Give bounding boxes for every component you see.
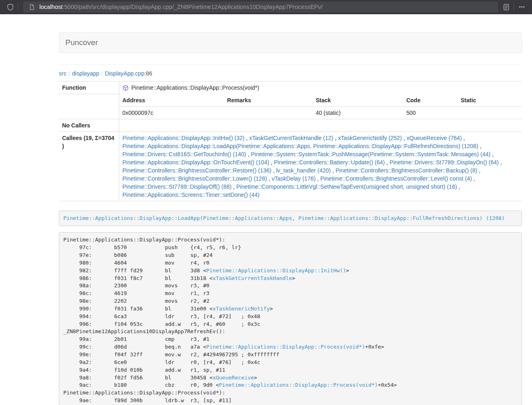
brand-link[interactable]: Puncover: [65, 38, 98, 47]
toolbar-divider: [18, 3, 18, 11]
callee-separator: ,: [499, 159, 502, 166]
callee-link[interactable]: Pinetime::Controllers::BrightnessControl…: [320, 175, 472, 182]
callee-separator: ,: [402, 135, 407, 141]
callee-separator: ,: [491, 151, 494, 157]
no-callers-row: No Callers: [59, 119, 522, 131]
caller-snippet-block: Pinetime::Applications::DisplayApp::Load…: [59, 211, 522, 226]
no-callers-cell: [119, 119, 522, 131]
callees-label: Callees (19, Σ=3704 ): [59, 131, 119, 201]
callee-link[interactable]: xTaskGetCurrentTaskHandle (12): [249, 135, 333, 141]
callees-row: Callees (19, Σ=3704 ) Pinetime::Applicat…: [59, 131, 522, 201]
callee-separator: ,: [269, 159, 274, 166]
stack-value: 40 (static): [312, 106, 403, 119]
assembly-symbol-link[interactable]: xTaskGetCurrentTaskHandle: [213, 275, 292, 281]
callee-separator: ,: [271, 167, 276, 174]
assembly-code: Pinetime::Applications::DisplayApp::Proc…: [59, 232, 522, 405]
callee-link[interactable]: Pinetime::Controllers::BrightnessControl…: [123, 175, 267, 182]
static-value: [457, 106, 522, 119]
address-value: 0x0000097c: [119, 106, 224, 119]
breadcrumb-src[interactable]: src: [59, 70, 67, 77]
callee-link[interactable]: xQueueReceive (764): [407, 135, 462, 141]
navbar: Puncover: [59, 32, 522, 53]
metrics-cell: Address Remarks Stack Code Static 0x0000…: [119, 94, 522, 119]
callee-separator: ,: [478, 143, 481, 149]
function-name-cell: Pinetime::Applications::DisplayApp::Proc…: [119, 82, 522, 94]
menu-ellipsis-icon[interactable]: [517, 2, 527, 12]
callees-cell: Pinetime::Applications::DisplayApp::Init…: [119, 131, 522, 201]
assembly-symbol-link[interactable]: Pinetime::Applications::DisplayApp::Proc…: [219, 382, 378, 388]
callee-link[interactable]: Pinetime::Applications::DisplayApp::OnTo…: [123, 159, 269, 166]
callee-separator: ,: [231, 183, 236, 190]
callee-separator: ,: [457, 183, 460, 190]
callee-link[interactable]: Pinetime::Drivers::St7789::DisplayOn() (…: [390, 159, 499, 166]
callee-link[interactable]: Pinetime::Controllers::BrightnessControl…: [336, 167, 477, 174]
col-header-static: Static: [457, 94, 522, 107]
breadcrumb: src/displayapp/DisplayApp.cpp:86: [59, 70, 522, 77]
breadcrumb-separator: /: [99, 70, 105, 77]
callee-link[interactable]: Pinetime::Drivers::Cst816S::GetTouchInfo…: [123, 151, 246, 157]
toolbar-divider-2: [514, 3, 514, 11]
code-size-value: 500: [403, 106, 457, 119]
shield-icon[interactable]: [5, 2, 15, 12]
url-text: localhost:5000/path/src/displayapp/Displ…: [39, 4, 323, 10]
function-label: Function: [59, 82, 119, 94]
breadcrumb-file[interactable]: DisplayApp.cpp: [105, 70, 144, 77]
browser-toolbar: localhost:5000/path/src/displayapp/Displ…: [0, 0, 532, 14]
callee-link[interactable]: Pinetime::Applications::DisplayApp::Init…: [123, 135, 245, 141]
metrics-header-row: Address Remarks Stack Code Static: [119, 94, 522, 107]
callee-separator: ,: [472, 175, 475, 182]
callee-separator: ,: [331, 167, 336, 174]
callee-separator: ,: [267, 175, 272, 182]
assembly-symbol-link[interactable]: Pinetime::Applications::DisplayApp::Proc…: [206, 344, 365, 350]
page-container: Puncover src/displayapp/DisplayApp.cpp:8…: [59, 32, 522, 405]
callee-link[interactable]: xTaskGenericNotify (252): [338, 135, 402, 141]
assembly-symbol-link[interactable]: xQueueReceive: [213, 375, 254, 381]
assembly-symbol-link[interactable]: xTaskGenericNotify: [213, 306, 270, 312]
remarks-value: [224, 106, 312, 119]
loadapp-snippet-link[interactable]: Pinetime::Applications::DisplayApp::Load…: [63, 215, 505, 221]
url-bar[interactable]: localhost:5000/path/src/displayapp/Displ…: [23, 2, 498, 13]
col-header-stack: Stack: [312, 94, 403, 107]
callee-link[interactable]: Pinetime::Applications::DisplayApp::Load…: [123, 143, 478, 149]
symbol-cube-icon: [123, 85, 129, 91]
url-path: :5000/path/src/displayapp/DisplayApp.cpp…: [62, 4, 323, 10]
callee-separator: ,: [477, 167, 480, 174]
callee-link[interactable]: lv_task_handler (420): [276, 167, 331, 174]
assembly-symbol-link[interactable]: Pinetime::Applications::DisplayApp::Init…: [206, 267, 346, 274]
function-table: Function Pinetime::Applications::Display…: [59, 81, 522, 201]
callee-separator: ,: [462, 135, 465, 141]
url-host: localhost: [39, 4, 62, 10]
divider-rule: [59, 64, 522, 65]
breadcrumb-line-number: :86: [144, 70, 152, 77]
callee-link[interactable]: Pinetime::System::SystemTask::PushMessag…: [251, 151, 491, 157]
breadcrumb-displayapp[interactable]: displayapp: [72, 70, 99, 77]
page-info-icon[interactable]: [26, 2, 37, 12]
metrics-table: Address Remarks Stack Code Static 0x0000…: [119, 94, 522, 119]
callee-link[interactable]: Pinetime::Drivers::St7789::DisplayOff() …: [123, 183, 232, 190]
col-header-address: Address: [119, 94, 224, 107]
reader-mode-icon[interactable]: [501, 2, 511, 12]
callee-link[interactable]: Pinetime::Controllers::BrightnessControl…: [123, 167, 271, 174]
callee-link[interactable]: Pinetime::Controllers::Battery::Update()…: [274, 159, 385, 166]
callee-separator: ,: [246, 151, 251, 157]
metrics-row: Address Remarks Stack Code Static 0x0000…: [59, 94, 522, 119]
function-row: Function Pinetime::Applications::Display…: [59, 82, 522, 94]
callee-link[interactable]: Pinetime::Applications::Screens::Timer::…: [123, 192, 260, 198]
callee-separator: ,: [316, 175, 321, 182]
metrics-label-empty: [59, 94, 119, 119]
metrics-value-row: 0x0000097c 40 (static) 500: [119, 106, 522, 119]
callee-link[interactable]: Pinetime::Components::LittleVgl::SetNewT…: [236, 183, 457, 190]
no-callers-label: No Callers: [59, 119, 119, 131]
callee-separator: ,: [245, 135, 250, 141]
col-header-remarks: Remarks: [224, 94, 312, 107]
callee-separator: ,: [385, 159, 390, 166]
callee-separator: ,: [333, 135, 338, 141]
callee-link[interactable]: vTaskDelay (176): [272, 175, 316, 182]
breadcrumb-separator: /: [67, 70, 72, 77]
function-name: Pinetime::Applications::DisplayApp::Proc…: [131, 84, 259, 91]
col-header-code: Code: [403, 94, 457, 107]
